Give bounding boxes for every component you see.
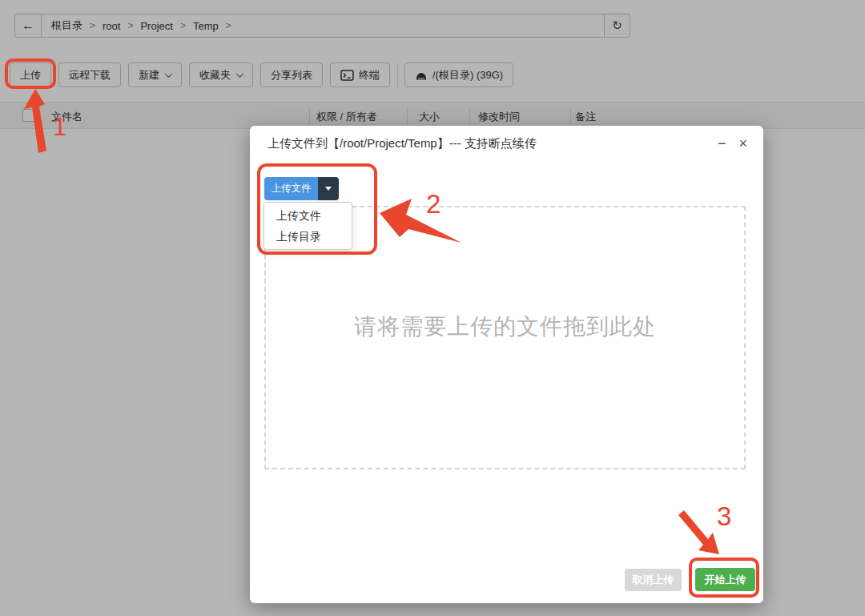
annotation-box-step1 — [5, 58, 56, 89]
annotation-box-step2 — [257, 163, 377, 255]
annotation-number-1: 1 — [53, 115, 66, 139]
close-icon[interactable]: × — [738, 136, 747, 151]
dialog-window-controls: − × — [718, 136, 747, 151]
dropzone-hint-text: 请将需要上传的文件拖到此处 — [354, 312, 656, 342]
annotation-number-3: 3 — [717, 503, 731, 529]
annotation-box-step3 — [689, 558, 759, 598]
annotation-arrow-step1 — [22, 87, 54, 159]
dialog-header: 上传文件到【/root/Project/Temp】--- 支持断点续传 − × — [250, 126, 763, 161]
dialog-title: 上传文件到【/root/Project/Temp】--- 支持断点续传 — [268, 136, 718, 151]
annotation-number-2: 2 — [426, 191, 441, 217]
minimize-icon[interactable]: − — [718, 136, 726, 151]
cancel-upload-button[interactable]: 取消上传 — [625, 569, 682, 591]
annotation-arrow-step2 — [378, 198, 463, 248]
